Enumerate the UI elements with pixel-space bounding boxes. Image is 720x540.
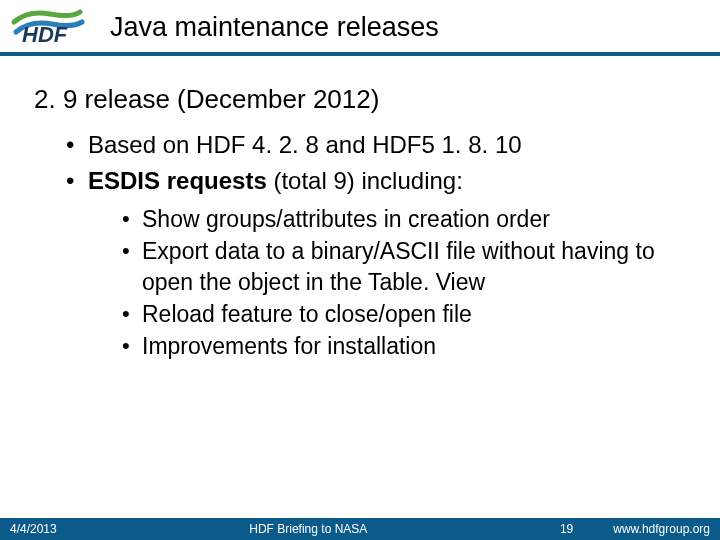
bullet-text: (total 9) including: xyxy=(267,167,463,194)
hdf-logo: HDF xyxy=(10,8,90,46)
footer-url: www.hdfgroup.org xyxy=(613,522,710,536)
list-item: ESDIS requests (total 9) including: Show… xyxy=(66,165,686,361)
list-item: Based on HDF 4. 2. 8 and HDF5 1. 8. 10 xyxy=(66,129,686,161)
bullet-text: Export data to a binary/ASCII file witho… xyxy=(142,238,655,294)
bullet-list-lvl1: Based on HDF 4. 2. 8 and HDF5 1. 8. 10 E… xyxy=(34,129,686,362)
bullet-text: Based on HDF 4. 2. 8 and HDF5 1. 8. 10 xyxy=(88,131,522,158)
slide-body: 2. 9 release (December 2012) Based on HD… xyxy=(0,56,720,540)
bullet-list-lvl2: Show groups/attributes in creation order… xyxy=(88,204,686,362)
bullet-bold: ESDIS requests xyxy=(88,167,267,194)
section-heading: 2. 9 release (December 2012) xyxy=(34,84,686,115)
header: HDF Java maintenance releases xyxy=(0,0,720,52)
list-item: Improvements for installation xyxy=(122,331,686,361)
slide-title: Java maintenance releases xyxy=(110,12,710,43)
footer-bar: 4/4/2013 HDF Briefing to NASA 19 www.hdf… xyxy=(0,518,720,540)
list-item: Export data to a binary/ASCII file witho… xyxy=(122,236,686,297)
bullet-text: Improvements for installation xyxy=(142,333,436,359)
footer-date: 4/4/2013 xyxy=(10,522,57,536)
footer-page: 19 xyxy=(560,522,573,536)
list-item: Reload feature to close/open file xyxy=(122,299,686,329)
svg-text:HDF: HDF xyxy=(22,22,68,46)
footer-center: HDF Briefing to NASA xyxy=(57,522,560,536)
bullet-text: Reload feature to close/open file xyxy=(142,301,472,327)
list-item: Show groups/attributes in creation order xyxy=(122,204,686,234)
slide: HDF Java maintenance releases 2. 9 relea… xyxy=(0,0,720,540)
bullet-text: Show groups/attributes in creation order xyxy=(142,206,550,232)
